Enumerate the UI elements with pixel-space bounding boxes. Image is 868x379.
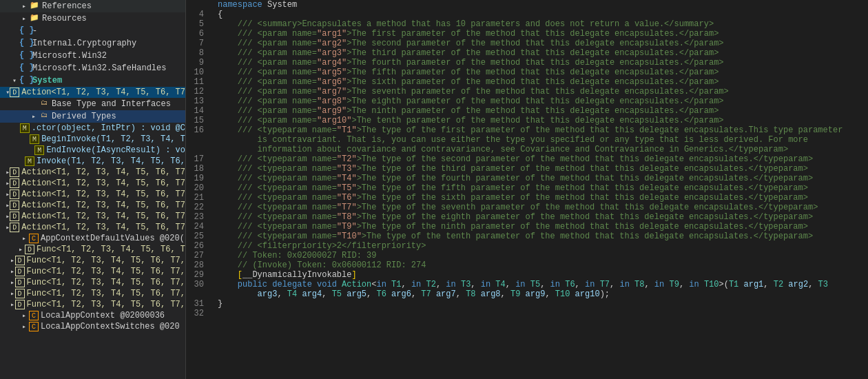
- namespace-icon: { }: [19, 25, 30, 37]
- tree-item-begin-invoke[interactable]: M BeginInvoke(T1, T2, T3, T4, T: [0, 134, 185, 145]
- code-line: 31 }: [186, 299, 868, 309]
- tree-item-label: Func<T1, T2, T3, T4, T5, T6, T7,: [27, 267, 185, 276]
- tree-item-func-6[interactable]: D Func<T1, T2, T3, T4, T5, T6, T7,: [0, 299, 185, 310]
- tree-item-label: Action<T1, T2, T3, T4, T5, T6, T7: [21, 223, 185, 232]
- tree-item-base-type[interactable]: 🗂 Base Type and Interfaces: [0, 98, 185, 110]
- tree-item-app-context[interactable]: C AppContextDefaultValues @020(: [0, 233, 185, 244]
- tree-item-label: Internal.Cryptography: [32, 39, 136, 48]
- code-line: 16 /// <typeparam name="T1">The type of …: [186, 125, 868, 135]
- tree-item-local-app-context-sw[interactable]: C LocalAppContextSwitches @020: [0, 321, 185, 332]
- tree-item-label: Func<T1, T2, T3, T4, T5, T6, T7,: [27, 289, 185, 298]
- code-line: 22 /// <typeparam name="T7">The type of …: [186, 203, 868, 212]
- delegate-icon: D: [15, 267, 25, 276]
- delegate-icon: D: [10, 167, 19, 177]
- tree-item-internal-crypto[interactable]: { } Internal.Cryptography: [0, 37, 185, 50]
- method-icon: M: [30, 134, 39, 144]
- code-line: 5 /// <summary>Encapsulates a method tha…: [186, 19, 868, 29]
- tree-item-label: LocalAppContext @02000036: [41, 311, 165, 320]
- delegate-icon: D: [10, 88, 19, 97]
- tree-arrow: [19, 14, 29, 23]
- tree-item-label: LocalAppContextSwitches @020: [41, 322, 180, 331]
- tree-arrow: [29, 112, 39, 121]
- tree-item-resources[interactable]: 📁 Resources: [0, 12, 185, 25]
- tree-item-action-3[interactable]: D Action<T1, T2, T3, T4, T5, T6, T7: [0, 178, 185, 189]
- code-content: namespace System 4 { 5 /// <summary>Enca…: [186, 0, 868, 318]
- code-line: namespace System: [186, 0, 868, 10]
- tree-arrow: [19, 311, 29, 320]
- code-line: 21 /// <typeparam name="T6">The type of …: [186, 193, 868, 203]
- code-panel[interactable]: namespace System 4 { 5 /// <summary>Enca…: [186, 0, 868, 379]
- folder-sm-icon: 🗂: [39, 99, 50, 110]
- tree-item-func-1[interactable]: D Func<T1, T2, T3, T4, T5, T6, T: [0, 244, 185, 255]
- tree-arrow: [19, 234, 29, 243]
- tree-arrow: [10, 278, 14, 287]
- tree-item-action-6[interactable]: D Action<T1, T2, T3, T4, T5, T6, T7: [0, 211, 185, 222]
- namespace-icon: { }: [19, 50, 30, 61]
- tree-item-ctor[interactable]: M .ctor(object, IntPtr) : void @C: [0, 123, 185, 134]
- tree-item-func-2[interactable]: D Func<T1, T2, T3, T4, T5, T6, T7,: [0, 255, 185, 266]
- class-icon: C: [29, 311, 39, 320]
- tree-item-action-7[interactable]: D Action<T1, T2, T3, T4, T5, T6, T7: [0, 222, 185, 233]
- tree-item-label: Action<T1, T2, T3, T4, T5, T6, T7: [21, 178, 185, 188]
- tree-item-microsoft-win32-safe[interactable]: { } Microsoft.Win32.SafeHandles: [0, 62, 185, 74]
- tree-item-braces[interactable]: { } -: [0, 25, 185, 37]
- delegate-icon: D: [15, 256, 25, 265]
- tree-item-label: AppContextDefaultValues @020(: [41, 234, 185, 243]
- code-line: 26 /// <filterpriority>2</filterpriority…: [186, 241, 868, 251]
- folder-sm-icon: 🗂: [39, 111, 50, 122]
- tree-arrow: [19, 2, 29, 10]
- code-line: 27 // Token: 0x02000027 RID: 39: [186, 251, 868, 260]
- tree-item-label: Action<T1, T2, T3, T4, T5, T6, T7: [21, 167, 185, 177]
- delegate-icon: D: [10, 190, 19, 199]
- code-line: 23 /// <typeparam name="T8">The type of …: [186, 212, 868, 222]
- folder-icon: 📁: [29, 1, 40, 12]
- tree-item-action-2[interactable]: D Action<T1, T2, T3, T4, T5, T6, T7: [0, 167, 185, 178]
- tree-item-derived-types[interactable]: 🗂 Derived Types: [0, 110, 185, 123]
- delegate-icon: D: [10, 178, 19, 188]
- folder-icon: 📁: [29, 13, 40, 24]
- tree-item-action-5[interactable]: D Action<T1, T2, T3, T4, T5, T6, T7: [0, 200, 185, 211]
- code-line: 17 /// <typeparam name="T2">The type of …: [186, 154, 868, 164]
- code-line: 4 {: [186, 10, 868, 19]
- tree-item-local-app-context[interactable]: C LocalAppContext @02000036: [0, 310, 185, 321]
- tree-item-func-4[interactable]: D Func<T1, T2, T3, T4, T5, T6, T7,: [0, 277, 185, 288]
- tree-item-microsoft-win32[interactable]: { } Microsoft.Win32: [0, 50, 185, 62]
- tree-item-action-t10[interactable]: D Action<T1, T2, T3, T4, T5, T6, T7: [0, 87, 185, 98]
- tree-item-invoke[interactable]: M Invoke(T1, T2, T3, T4, T5, T6,: [0, 156, 185, 167]
- tree-item-label: Func<T1, T2, T3, T4, T5, T6, T: [37, 245, 185, 254]
- tree-item-label: Base Type and Interfaces: [52, 99, 171, 109]
- code-line-cont: is contravariant. That is, you can use e…: [186, 135, 868, 145]
- delegate-icon: D: [10, 223, 19, 232]
- tree-item-label: Microsoft.Win32.SafeHandles: [32, 63, 166, 73]
- tree-item-label: BeginInvoke(T1, T2, T3, T4, T: [41, 134, 185, 144]
- code-line: 7 /// <param name="arg2">The second para…: [186, 39, 868, 48]
- tree-item-action-4[interactable]: D Action<T1, T2, T3, T4, T5, T6, T7: [0, 189, 185, 200]
- code-line: 20 /// <typeparam name="T5">The type of …: [186, 183, 868, 193]
- tree-arrow: [10, 256, 14, 265]
- tree-item-label: System: [32, 76, 62, 85]
- tree-item-func-5[interactable]: D Func<T1, T2, T3, T4, T5, T6, T7,: [0, 288, 185, 299]
- tree-item-end-invoke[interactable]: M EndInvoke(IAsyncResult) : vo: [0, 145, 185, 156]
- tree-item-label: Action<T1, T2, T3, T4, T5, T6, T7: [21, 201, 185, 210]
- tree-item-func-3[interactable]: D Func<T1, T2, T3, T4, T5, T6, T7,: [0, 266, 185, 277]
- code-line: 28 // (Invoke) Token: 0x06000112 RID: 27…: [186, 260, 868, 270]
- tree-arrow: [10, 267, 14, 276]
- code-line: 18 /// <typeparam name="T3">The type of …: [186, 164, 868, 174]
- code-line: 32: [186, 309, 868, 318]
- tree-item-label: .ctor(object, IntPtr) : void @C: [32, 123, 185, 133]
- code-line: 10 /// <param name="arg5">The fifth para…: [186, 68, 868, 77]
- tree-item-references[interactable]: 📁 References: [0, 0, 185, 12]
- delegate-icon: D: [10, 201, 19, 210]
- tree-item-system[interactable]: { } System: [0, 74, 185, 87]
- tree-item-label: Derived Types: [52, 112, 116, 121]
- code-line: 29 [__DynamicallyInvokable]: [186, 270, 868, 280]
- method-icon: M: [20, 123, 30, 133]
- code-line: 14 /// <param name="arg9">The ninth para…: [186, 106, 868, 116]
- namespace-icon: { }: [19, 38, 30, 49]
- tree-arrow: [10, 76, 19, 85]
- namespace-icon: { }: [19, 63, 30, 74]
- code-line: 12 /// <param name="arg7">The seventh pa…: [186, 87, 868, 96]
- namespace-icon: { }: [19, 75, 30, 86]
- tree-panel[interactable]: 📁 References 📁 Resources { } - { } Inter…: [0, 0, 186, 379]
- delegate-icon: D: [15, 278, 25, 287]
